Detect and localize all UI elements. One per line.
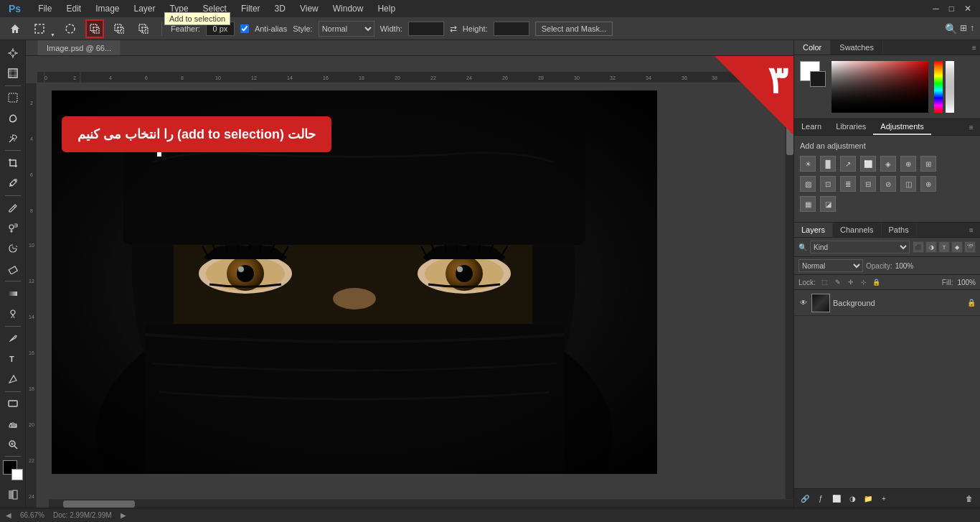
opacity-slider[interactable]	[946, 61, 954, 113]
pen-tool[interactable]	[3, 329, 23, 348]
adj-panel-menu[interactable]: ≡	[966, 121, 977, 133]
height-input[interactable]	[494, 22, 529, 36]
adj-selective-color[interactable]: ◪	[820, 196, 836, 212]
brush-tool[interactable]	[3, 198, 23, 218]
create-layer-btn[interactable]: +	[877, 492, 890, 505]
marquee-ellipse-btn[interactable]	[61, 19, 80, 38]
h-scrollbar[interactable]	[49, 499, 793, 508]
width-input[interactable]	[408, 22, 444, 36]
menu-edit[interactable]: Edit	[63, 2, 84, 15]
add-layer-style-btn[interactable]: ƒ	[814, 492, 827, 505]
blend-mode-select[interactable]: Normal	[798, 259, 863, 272]
tab-adjustments[interactable]: Adjustments	[873, 119, 931, 135]
search-btn[interactable]: 🔍	[945, 23, 957, 34]
layer-kind-select[interactable]: Kind	[810, 241, 910, 253]
adj-hue-sat[interactable]: ⊕	[900, 156, 916, 172]
style-select[interactable]: Normal Fixed Ratio Fixed Size	[319, 21, 374, 37]
adj-gradient-map[interactable]: ▦	[800, 196, 816, 212]
marquee-rect-btn[interactable]	[30, 19, 49, 38]
layers-panel-menu[interactable]: ≡	[966, 224, 977, 236]
subtract-selection-btn[interactable]: -	[110, 19, 128, 38]
lock-artboard[interactable]: ⊹	[859, 277, 869, 287]
lock-transparent[interactable]: ⬚	[820, 277, 830, 287]
adj-exposure[interactable]: ⬜	[860, 156, 876, 172]
select-and-mask-btn[interactable]: Select and Mask...	[535, 22, 613, 36]
adj-black-white[interactable]: ▨	[800, 176, 816, 192]
zoom-tool[interactable]	[3, 434, 23, 454]
artboard-tool[interactable]	[3, 63, 23, 83]
color-panel-menu[interactable]: ≡	[969, 42, 980, 53]
menu-filter[interactable]: Filter	[238, 2, 263, 15]
gradient-tool[interactable]	[3, 284, 23, 303]
intersect-selection-btn[interactable]	[134, 19, 153, 38]
menu-window[interactable]: Window	[330, 2, 367, 15]
eraser-tool[interactable]	[3, 259, 23, 279]
filter-shape[interactable]: ◆	[951, 241, 963, 253]
tab-layers[interactable]: Layers	[794, 223, 833, 237]
add-mask-btn[interactable]: ⬜	[830, 492, 843, 505]
filter-adjust[interactable]: ◑	[925, 241, 937, 253]
fg-bg-swatch[interactable]	[800, 61, 826, 87]
tab-channels[interactable]: Channels	[833, 223, 881, 237]
lasso-tool[interactable]	[3, 108, 23, 128]
filter-type[interactable]: T	[938, 241, 950, 253]
quick-mask-btn[interactable]	[3, 485, 23, 505]
adj-channel-mixer[interactable]: ≣	[840, 176, 856, 192]
layer-visibility-eye[interactable]: 👁	[798, 298, 809, 308]
tab-color[interactable]: Color	[794, 40, 831, 55]
magic-wand-tool[interactable]	[3, 129, 23, 148]
background-swatch[interactable]	[810, 71, 826, 87]
dodge-tool[interactable]	[3, 304, 23, 323]
h-scroll-thumb[interactable]	[63, 500, 135, 508]
menu-image[interactable]: Image	[93, 2, 122, 15]
move-tool[interactable]	[3, 43, 23, 62]
lock-position[interactable]: ✛	[846, 277, 856, 287]
menu-view[interactable]: View	[297, 2, 321, 15]
status-arrow-left[interactable]: ◀	[6, 511, 11, 519]
lock-all[interactable]: 🔒	[872, 277, 882, 287]
window-maximize-btn[interactable]: □	[946, 2, 957, 15]
adj-photo-filter[interactable]: ⊡	[820, 176, 836, 192]
create-fill-btn[interactable]: ◑	[846, 492, 859, 505]
table-row[interactable]: 👁 Background 🔒	[794, 290, 980, 316]
path-select-tool[interactable]	[3, 369, 23, 388]
filter-smart[interactable]: 🎬	[964, 241, 976, 253]
marquee-tool[interactable]	[3, 88, 23, 108]
filter-pixel[interactable]: ⬛	[913, 241, 924, 253]
history-brush-tool[interactable]	[3, 239, 23, 258]
menu-3d[interactable]: 3D	[272, 2, 288, 15]
delete-layer-btn[interactable]: 🗑	[963, 492, 976, 505]
fg-bg-colors[interactable]	[3, 460, 23, 480]
adj-color-lookup[interactable]: ⊟	[860, 176, 876, 192]
window-minimize-btn[interactable]: ─	[930, 2, 942, 15]
adj-color-balance[interactable]: ⊞	[920, 156, 936, 172]
link-layers-btn[interactable]: 🔗	[798, 492, 811, 505]
adj-threshold[interactable]: ⊕	[920, 176, 936, 192]
rectangle-shape-tool[interactable]	[3, 394, 23, 414]
tab-paths[interactable]: Paths	[882, 223, 917, 237]
eyedropper-tool[interactable]	[3, 174, 23, 193]
text-tool[interactable]: T	[3, 349, 23, 368]
workspace-btn[interactable]: ⊞	[960, 23, 967, 34]
background-color[interactable]	[11, 469, 23, 480]
menu-file[interactable]: File	[35, 2, 55, 15]
menu-help[interactable]: Help	[374, 2, 398, 15]
anti-alias-checkbox[interactable]	[240, 24, 249, 33]
home-button[interactable]	[6, 19, 24, 38]
adj-posterize[interactable]: ◫	[900, 176, 916, 192]
swap-icon[interactable]: ⇄	[450, 24, 457, 34]
tab-swatches[interactable]: Swatches	[831, 40, 883, 55]
document-tab[interactable]: Image.psd @ 66...	[37, 40, 121, 55]
add-to-selection-btn[interactable]: + Add to selection	[85, 19, 104, 38]
v-scrollbar[interactable]	[785, 111, 793, 499]
adj-levels[interactable]: ▐▌	[820, 156, 836, 172]
adj-invert[interactable]: ⊘	[880, 176, 896, 192]
window-close-btn[interactable]: ✕	[961, 2, 974, 15]
adj-brightness[interactable]: ☀	[800, 156, 816, 172]
marquee-dropdown[interactable]: ▼	[50, 19, 55, 37]
adj-vibrance[interactable]: ◈	[880, 156, 896, 172]
create-group-btn[interactable]: 📁	[862, 492, 875, 505]
crop-tool[interactable]	[3, 153, 23, 172]
status-arrow-right[interactable]: ▶	[121, 511, 126, 519]
color-spectrum[interactable]	[934, 61, 943, 113]
